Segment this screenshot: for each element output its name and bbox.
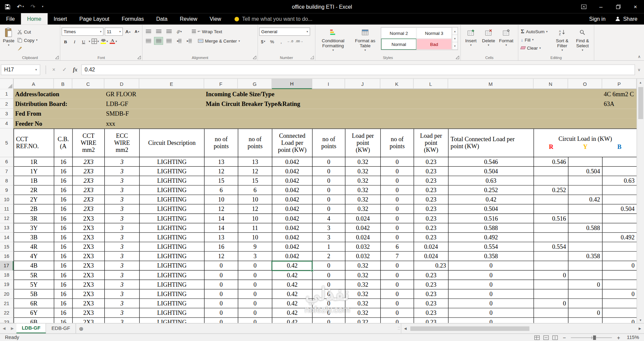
cell-K6[interactable]: 0 [381, 157, 414, 167]
header-cell-M5[interactable]: Total Connected Load per point (KW) [448, 129, 534, 157]
style-normal-2[interactable]: Normal 2 [381, 27, 416, 39]
conditional-formatting-button[interactable]: Conditional Formatting ▾ [317, 26, 350, 53]
cell-F1[interactable]: Incoming Cable Size/Type [206, 89, 274, 99]
cell-A23[interactable]: 6B [14, 318, 54, 323]
cell-N7[interactable] [534, 167, 569, 176]
align-left-button[interactable] [144, 37, 153, 45]
cell-C12[interactable]: 2X3 [73, 214, 105, 223]
cell-G14[interactable]: 10 [238, 233, 272, 242]
cell-B12[interactable]: 16 [54, 214, 73, 223]
cell-P20[interactable]: 0 [602, 289, 637, 299]
normal-view-button[interactable] [534, 335, 540, 340]
cell-M7[interactable]: 0.504 [448, 167, 534, 176]
cell-D23[interactable]: 3 [105, 318, 140, 323]
cell-D8[interactable]: 3 [105, 176, 140, 185]
cell-F16[interactable]: 12 [205, 252, 238, 261]
cell-G10[interactable]: 10 [238, 195, 272, 205]
cell-C11[interactable]: 2X3 [73, 205, 105, 214]
cell-D9[interactable]: 3 [105, 185, 140, 195]
cell-G6[interactable]: 13 [238, 157, 272, 167]
row-header-1[interactable]: 1 [0, 89, 13, 99]
cell-B16[interactable]: 16 [54, 252, 73, 261]
cell-M14[interactable]: 0.492 [448, 233, 534, 242]
cell-C18[interactable]: 2X3 [73, 271, 105, 280]
zoom-level[interactable]: 115% [625, 335, 639, 340]
cell-A11[interactable]: 2B [14, 205, 54, 214]
cell-I21[interactable]: 0 [313, 299, 345, 308]
new-sheet-button[interactable]: ⊕ [76, 324, 87, 333]
formula-bar-splitter[interactable] [40, 65, 46, 73]
horizontal-scrollbar[interactable]: ◀ ▶ [401, 324, 644, 333]
cell-D15[interactable]: 3 [105, 242, 140, 251]
cell-M13[interactable]: 0.588 [448, 223, 534, 233]
row-header-22[interactable]: 22 [0, 308, 13, 318]
cell-M23[interactable]: 0 [448, 318, 534, 323]
cell-J14[interactable]: 0.024 [345, 233, 381, 242]
clipboard-dialog-launcher[interactable] [55, 56, 59, 59]
sign-in-button[interactable]: Sign in [589, 16, 606, 22]
cell-M15[interactable]: 0.554 [448, 242, 534, 251]
cell-F21[interactable]: 0 [205, 299, 238, 308]
cell-L14[interactable]: 0.23 [414, 233, 448, 242]
cell-N8[interactable] [534, 176, 569, 185]
cell-I19[interactable]: 0 [313, 280, 345, 289]
cell-J18[interactable]: 0.32 [345, 271, 381, 280]
cell-L21[interactable]: 0.23 [414, 299, 448, 308]
gallery-down-button[interactable]: ▼ [452, 35, 458, 42]
minimize-button[interactable]: – [592, 0, 609, 13]
tab-view[interactable]: View [204, 13, 227, 24]
customize-quick-access-button[interactable]: ▾ [42, 5, 43, 8]
accounting-format-button[interactable]: $▾ [259, 37, 267, 45]
cell-E14[interactable]: LIGHTING [140, 233, 204, 242]
cell-A12[interactable]: 3R [14, 214, 54, 223]
sheet-tab-edb-gf[interactable]: EDB-GF [46, 324, 76, 333]
row-header-20[interactable]: 20 [0, 289, 13, 299]
paste-button[interactable]: Paste ▾ [1, 26, 16, 48]
cell-L23[interactable]: 0.23 [414, 318, 448, 323]
cell-G22[interactable]: 0 [238, 308, 272, 318]
cell-G17[interactable]: 0 [238, 261, 272, 271]
ribbon-display-options-button[interactable] [575, 0, 592, 13]
cell-I9[interactable]: 0 [313, 185, 345, 195]
cell-P13[interactable] [602, 223, 637, 233]
cell-L22[interactable]: 0.23 [414, 308, 448, 318]
font-size-select[interactable]: 11▾ [105, 27, 123, 36]
cell-J11[interactable]: 0.32 [345, 205, 381, 214]
cell-O18[interactable] [569, 271, 603, 280]
cell-K16[interactable]: 7 [381, 252, 414, 261]
row-header-13[interactable]: 13 [0, 223, 13, 233]
cell-N13[interactable] [534, 223, 569, 233]
cell-A4[interactable]: Feeder No [15, 119, 42, 128]
cell-B13[interactable]: 16 [54, 223, 73, 233]
cell-E7[interactable]: LIGHTING [140, 167, 204, 176]
cell-I17[interactable]: 0 [313, 261, 345, 271]
cell-P6[interactable] [602, 157, 637, 167]
share-button[interactable]: Share [615, 16, 638, 22]
cell-D11[interactable]: 3 [105, 205, 140, 214]
cell-C7[interactable]: 2X3 [73, 167, 105, 176]
cell-K17[interactable]: 0 [381, 261, 414, 271]
find-select-button[interactable]: Find & Select ▾ [572, 26, 593, 53]
number-format-select[interactable]: General▾ [259, 27, 310, 36]
cell-A9[interactable]: 2R [14, 185, 54, 195]
cell-N12[interactable]: 0.516 [534, 214, 569, 223]
insert-cells-button[interactable]: Insert ▾ [462, 26, 480, 48]
cell-N11[interactable] [534, 205, 569, 214]
style-bad[interactable]: Bad [417, 39, 452, 50]
formula-input[interactable]: 0.42 [81, 64, 635, 75]
cell-K14[interactable]: 0 [381, 233, 414, 242]
cell-B20[interactable]: 16 [54, 289, 73, 299]
cell-H6[interactable]: 0.042 [272, 157, 313, 167]
redo-button[interactable]: ↷ [31, 3, 35, 10]
cell-G21[interactable]: 0 [238, 299, 272, 308]
cell-E15[interactable]: LIGHTING [140, 242, 204, 251]
cell-N21[interactable]: 0 [534, 299, 569, 308]
font-family-select[interactable]: Times▾ [62, 27, 104, 36]
column-header-H[interactable]: H [272, 79, 312, 89]
cell-B17[interactable]: 16 [54, 261, 73, 271]
cell-B21[interactable]: 16 [54, 299, 73, 308]
cell-L11[interactable]: 0.23 [414, 205, 448, 214]
cell-O23[interactable] [569, 318, 603, 323]
cell-O19[interactable]: 0 [569, 280, 603, 289]
scroll-left-arrow[interactable]: ◀ [402, 327, 409, 330]
